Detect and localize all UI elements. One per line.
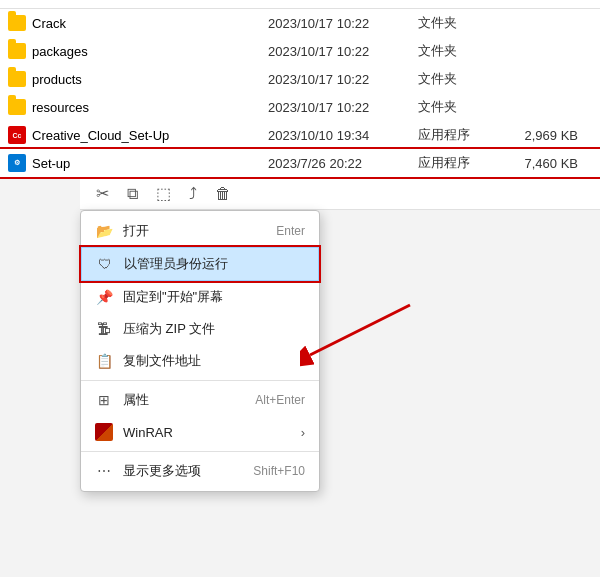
- share-icon[interactable]: ⤴: [189, 185, 197, 203]
- menu-item-label: 固定到"开始"屏幕: [123, 288, 305, 306]
- menu-item-open[interactable]: 📂 打开 Enter: [81, 215, 319, 247]
- file-type: 文件夹: [418, 70, 498, 88]
- file-name: ⚙ Set-up: [8, 154, 268, 172]
- file-date: 2023/7/26 20:22: [268, 156, 418, 171]
- pin-icon: 📌: [95, 288, 113, 306]
- file-row[interactable]: Cc Creative_Cloud_Set-Up 2023/10/10 19:3…: [0, 121, 600, 149]
- cc-app-icon: Cc: [8, 126, 26, 144]
- delete-icon[interactable]: 🗑: [215, 185, 231, 203]
- winrar-icon: [95, 423, 113, 441]
- zip-icon: 🗜: [95, 320, 113, 338]
- file-row[interactable]: products 2023/10/17 10:22 文件夹: [0, 65, 600, 93]
- context-toolbar: ✂ ⧉ ⬚ ⤴ 🗑: [80, 177, 600, 210]
- menu-item-copy-path[interactable]: 📋 复制文件地址: [81, 345, 319, 377]
- file-date: 2023/10/17 10:22: [268, 72, 418, 87]
- folder-icon: [8, 15, 26, 31]
- setup-app-icon: ⚙: [8, 154, 26, 172]
- file-name: Cc Creative_Cloud_Set-Up: [8, 126, 268, 144]
- paste-icon[interactable]: ⬚: [156, 184, 171, 203]
- menu-item-more-options[interactable]: ⋯ 显示更多选项 Shift+F10: [81, 455, 319, 487]
- menu-item-label: 压缩为 ZIP 文件: [123, 320, 305, 338]
- file-date: 2023/10/17 10:22: [268, 44, 418, 59]
- file-date: 2023/10/17 10:22: [268, 16, 418, 31]
- open-icon: 📂: [95, 222, 113, 240]
- folder-icon: [8, 71, 26, 87]
- file-row[interactable]: resources 2023/10/17 10:22 文件夹: [0, 93, 600, 121]
- menu-item-label: 复制文件地址: [123, 352, 305, 370]
- file-name-label: products: [32, 72, 82, 87]
- menu-item-label: 属性: [123, 391, 245, 409]
- file-name-label: packages: [32, 44, 88, 59]
- menu-item-label: 显示更多选项: [123, 462, 243, 480]
- menu-shortcut: Enter: [276, 224, 305, 238]
- submenu-arrow: ›: [301, 425, 305, 440]
- menu-separator: [81, 380, 319, 381]
- file-name: Crack: [8, 15, 268, 31]
- file-date: 2023/10/10 19:34: [268, 128, 418, 143]
- file-size: 2,969 KB: [498, 128, 578, 143]
- file-explorer: Crack 2023/10/17 10:22 文件夹 packages 2023…: [0, 0, 600, 177]
- file-type: 文件夹: [418, 98, 498, 116]
- file-name-label: Set-up: [32, 156, 70, 171]
- menu-shortcut: Alt+Enter: [255, 393, 305, 407]
- folder-icon: [8, 99, 26, 115]
- menu-item-properties[interactable]: ⊞ 属性 Alt+Enter: [81, 384, 319, 416]
- file-type: 应用程序: [418, 154, 498, 172]
- file-list-header: [0, 0, 600, 9]
- menu-item-pin-start[interactable]: 📌 固定到"开始"屏幕: [81, 281, 319, 313]
- file-size: 7,460 KB: [498, 156, 578, 171]
- menu-item-label: WinRAR: [123, 425, 291, 440]
- menu-item-zip[interactable]: 🗜 压缩为 ZIP 文件: [81, 313, 319, 345]
- file-name-label: Crack: [32, 16, 66, 31]
- menu-item-label: 以管理员身份运行: [124, 255, 304, 273]
- menu-item-label: 打开: [123, 222, 266, 240]
- file-name-label: resources: [32, 100, 89, 115]
- file-name: packages: [8, 43, 268, 59]
- context-menu: 📂 打开 Enter 🛡 以管理员身份运行 📌 固定到"开始"屏幕 🗜 压缩为 …: [80, 210, 320, 492]
- file-name-label: Creative_Cloud_Set-Up: [32, 128, 169, 143]
- file-name: products: [8, 71, 268, 87]
- file-type: 文件夹: [418, 14, 498, 32]
- menu-item-winrar[interactable]: WinRAR ›: [81, 416, 319, 448]
- file-row[interactable]: ⚙ Set-up 2023/7/26 20:22 应用程序 7,460 KB: [0, 149, 600, 177]
- shield-icon: 🛡: [96, 255, 114, 273]
- file-date: 2023/10/17 10:22: [268, 100, 418, 115]
- file-name: resources: [8, 99, 268, 115]
- svg-line-1: [310, 305, 410, 355]
- file-type: 文件夹: [418, 42, 498, 60]
- file-row[interactable]: packages 2023/10/17 10:22 文件夹: [0, 37, 600, 65]
- file-rows: Crack 2023/10/17 10:22 文件夹 packages 2023…: [0, 9, 600, 177]
- menu-item-run-as-admin[interactable]: 🛡 以管理员身份运行: [81, 247, 319, 281]
- file-row[interactable]: Crack 2023/10/17 10:22 文件夹: [0, 9, 600, 37]
- copy-icon[interactable]: ⧉: [127, 185, 138, 203]
- menu-shortcut: Shift+F10: [253, 464, 305, 478]
- menu-separator: [81, 451, 319, 452]
- cut-icon[interactable]: ✂: [96, 184, 109, 203]
- copy-path-icon: 📋: [95, 352, 113, 370]
- more-icon: ⋯: [95, 462, 113, 480]
- props-icon: ⊞: [95, 391, 113, 409]
- folder-icon: [8, 43, 26, 59]
- file-type: 应用程序: [418, 126, 498, 144]
